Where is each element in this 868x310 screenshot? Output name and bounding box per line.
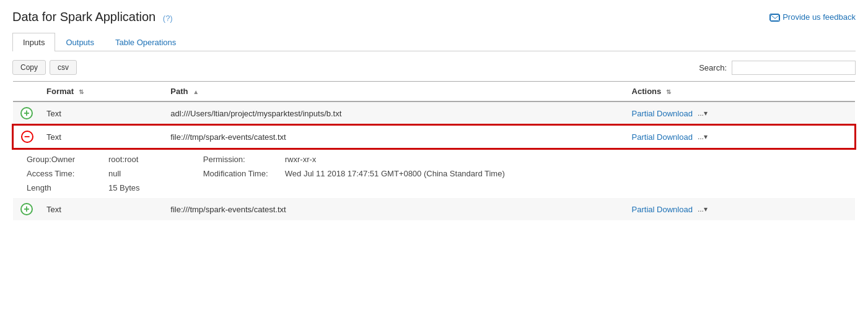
permission-label: Permission: [203,153,284,166]
tabs-container: Inputs Outputs Table Operations [12,33,856,51]
row3-dropdown-btn[interactable]: ...▾ [695,204,710,215]
table-row: − Text file:///tmp/spark-events/catest.t… [13,125,855,149]
table-row: + Text adl:///Users/ltian/project/myspar… [13,101,855,125]
feedback-icon [769,14,779,21]
csv-button[interactable]: csv [50,60,77,75]
toolbar: Copy csv Search: [12,60,856,75]
col-header-icon [13,82,40,102]
search-area: Search: [699,61,856,75]
row1-path: adl:///Users/ltian/project/mysparktest/i… [164,101,625,125]
length-label: Length [27,181,107,194]
format-sort-icon[interactable]: ⇅ [79,88,84,95]
permission-value: rwxr-xr-x [285,153,848,166]
row2-dropdown-btn[interactable]: ...▾ [695,131,710,142]
page-header: Data for Spark Application (?) Provide u… [12,10,856,24]
detail-row-group-permission: Group:Owner root:root Permission: rwxr-x… [27,153,848,166]
row2-icon-cell: − [13,125,40,149]
row1-actions: Partial Download ...▾ [626,101,855,125]
col-header-path: Path ▲ [164,82,625,102]
length-value: 15 Bytes [108,181,202,194]
row3-actions-cell: Partial Download ...▾ [632,204,849,215]
table-row: + Text file:///tmp/spark-events/catest.t… [13,198,855,220]
col-header-actions: Actions ⇅ [626,82,855,102]
toolbar-left: Copy csv [12,60,77,75]
copy-button[interactable]: Copy [12,60,46,75]
tab-outputs[interactable]: Outputs [55,33,105,51]
modification-time-value: Wed Jul 11 2018 17:47:51 GMT+0800 (China… [285,167,848,180]
page-wrapper: Data for Spark Application (?) Provide u… [0,0,868,230]
row2-partial-download[interactable]: Partial Download [632,132,693,142]
row3-icon-cell: + [13,198,40,220]
detail-table: Group:Owner root:root Permission: rwxr-x… [25,152,849,196]
row2-actions-cell: Partial Download ...▾ [632,131,848,142]
row2-actions: Partial Download ...▾ [626,125,855,149]
add-icon[interactable]: + [20,107,33,119]
col-header-format: Format ⇅ [40,82,164,102]
group-owner-label: Group:Owner [27,153,107,166]
path-sort-icon[interactable]: ▲ [193,88,199,95]
detail-cell: Group:Owner root:root Permission: rwxr-x… [13,149,855,198]
feedback-label: Provide us feedback [783,12,856,22]
page-title-text: Data for Spark Application [12,10,156,24]
row1-partial-download[interactable]: Partial Download [632,109,693,118]
modification-time-label: Modification Time: [203,167,284,180]
data-table: Format ⇅ Path ▲ Actions ⇅ + Text [12,81,856,220]
access-time-value: null [108,167,202,180]
tab-table-operations[interactable]: Table Operations [105,33,186,51]
search-input[interactable] [732,61,856,75]
row3-format: Text [40,198,164,220]
row2-format: Text [40,125,164,149]
group-owner-value: root:root [108,153,202,166]
row1-dropdown-btn[interactable]: ...▾ [695,108,710,119]
row2-path: file:///tmp/spark-events/catest.txt [164,125,625,149]
detail-row-length: Length 15 Bytes [27,181,848,194]
row1-format: Text [40,101,164,125]
detail-row: Group:Owner root:root Permission: rwxr-x… [13,149,855,198]
row3-partial-download[interactable]: Partial Download [632,205,693,214]
actions-sort-icon[interactable]: ⇅ [666,88,671,95]
page-title: Data for Spark Application (?) [12,10,173,24]
row3-actions: Partial Download ...▾ [626,198,855,220]
table-header-row: Format ⇅ Path ▲ Actions ⇅ [13,82,855,102]
row3-path: file:///tmp/spark-events/catest.txt [164,198,625,220]
remove-icon[interactable]: − [21,131,33,143]
row1-actions-cell: Partial Download ...▾ [632,108,849,119]
row1-icon-cell: + [13,101,40,125]
detail-row-access-modification: Access Time: null Modification Time: Wed… [27,167,848,180]
tab-inputs[interactable]: Inputs [12,33,55,51]
help-icon[interactable]: (?) [163,14,173,23]
add-icon[interactable]: + [20,203,33,215]
access-time-label: Access Time: [27,167,107,180]
feedback-link[interactable]: Provide us feedback [769,12,856,22]
search-label: Search: [699,63,727,72]
